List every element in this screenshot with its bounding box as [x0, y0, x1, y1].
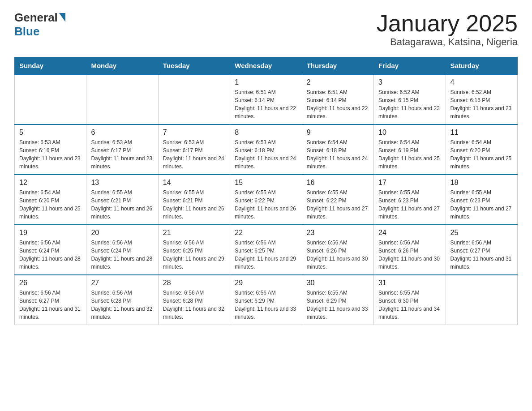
- day-number: 8: [235, 128, 297, 137]
- calendar-cell: 11Sunrise: 6:54 AMSunset: 6:20 PMDayligh…: [446, 124, 517, 175]
- day-info: Sunrise: 6:53 AMSunset: 6:17 PMDaylight:…: [163, 138, 225, 171]
- calendar-header-monday: Monday: [86, 57, 158, 75]
- calendar-cell: 7Sunrise: 6:53 AMSunset: 6:17 PMDaylight…: [158, 124, 230, 175]
- calendar-cell: 3Sunrise: 6:52 AMSunset: 6:15 PMDaylight…: [374, 74, 446, 124]
- calendar-cell: 5Sunrise: 6:53 AMSunset: 6:16 PMDaylight…: [15, 124, 86, 175]
- calendar-week-row: 5Sunrise: 6:53 AMSunset: 6:16 PMDaylight…: [15, 124, 518, 175]
- day-info: Sunrise: 6:55 AMSunset: 6:22 PMDaylight:…: [235, 188, 297, 221]
- calendar-cell: [86, 74, 158, 124]
- calendar-cell: 1Sunrise: 6:51 AMSunset: 6:14 PMDaylight…: [230, 74, 302, 124]
- day-info: Sunrise: 6:56 AMSunset: 6:25 PMDaylight:…: [235, 239, 297, 271]
- calendar-cell: 23Sunrise: 6:56 AMSunset: 6:26 PMDayligh…: [302, 225, 373, 275]
- day-info: Sunrise: 6:56 AMSunset: 6:28 PMDaylight:…: [91, 289, 153, 321]
- calendar-cell: 30Sunrise: 6:55 AMSunset: 6:29 PMDayligh…: [302, 275, 373, 325]
- day-number: 16: [307, 179, 369, 187]
- calendar-cell: [15, 74, 86, 124]
- calendar-header-row: SundayMondayTuesdayWednesdayThursdayFrid…: [15, 57, 518, 75]
- calendar-cell: 4Sunrise: 6:52 AMSunset: 6:16 PMDaylight…: [446, 74, 517, 124]
- calendar-header-saturday: Saturday: [446, 57, 517, 75]
- day-number: 15: [235, 179, 297, 187]
- day-info: Sunrise: 6:53 AMSunset: 6:16 PMDaylight:…: [19, 138, 82, 171]
- day-info: Sunrise: 6:56 AMSunset: 6:25 PMDaylight:…: [163, 239, 225, 271]
- calendar-cell: 19Sunrise: 6:56 AMSunset: 6:24 PMDayligh…: [15, 225, 86, 275]
- calendar-cell: 26Sunrise: 6:56 AMSunset: 6:27 PMDayligh…: [15, 275, 86, 325]
- day-info: Sunrise: 6:54 AMSunset: 6:18 PMDaylight:…: [307, 138, 369, 171]
- day-number: 19: [19, 229, 82, 237]
- day-number: 7: [163, 128, 225, 137]
- calendar-header-tuesday: Tuesday: [158, 57, 230, 75]
- day-info: Sunrise: 6:51 AMSunset: 6:14 PMDaylight:…: [235, 88, 297, 120]
- calendar-cell: 25Sunrise: 6:56 AMSunset: 6:27 PMDayligh…: [446, 225, 517, 275]
- day-info: Sunrise: 6:55 AMSunset: 6:21 PMDaylight:…: [91, 188, 153, 221]
- calendar-week-row: 1Sunrise: 6:51 AMSunset: 6:14 PMDaylight…: [15, 74, 518, 124]
- day-number: 31: [378, 279, 441, 287]
- logo: General Blue: [14, 11, 65, 39]
- calendar-week-row: 19Sunrise: 6:56 AMSunset: 6:24 PMDayligh…: [15, 225, 518, 275]
- day-number: 4: [450, 78, 513, 86]
- calendar-table: SundayMondayTuesdayWednesdayThursdayFrid…: [14, 57, 518, 325]
- calendar-cell: [446, 275, 517, 325]
- day-number: 10: [378, 128, 441, 137]
- day-number: 14: [163, 179, 225, 187]
- day-info: Sunrise: 6:54 AMSunset: 6:20 PMDaylight:…: [19, 188, 82, 221]
- calendar-cell: 18Sunrise: 6:55 AMSunset: 6:23 PMDayligh…: [446, 175, 517, 225]
- day-number: 24: [378, 229, 441, 237]
- day-number: 13: [91, 179, 153, 187]
- day-info: Sunrise: 6:52 AMSunset: 6:15 PMDaylight:…: [378, 88, 441, 120]
- calendar-cell: 20Sunrise: 6:56 AMSunset: 6:24 PMDayligh…: [86, 225, 158, 275]
- day-number: 21: [163, 229, 225, 237]
- day-number: 5: [19, 128, 82, 137]
- day-info: Sunrise: 6:55 AMSunset: 6:23 PMDaylight:…: [378, 188, 441, 221]
- day-number: 23: [307, 229, 369, 237]
- day-number: 27: [91, 279, 153, 287]
- day-number: 17: [378, 179, 441, 187]
- day-number: 28: [163, 279, 225, 287]
- calendar-cell: 21Sunrise: 6:56 AMSunset: 6:25 PMDayligh…: [158, 225, 230, 275]
- calendar-cell: 17Sunrise: 6:55 AMSunset: 6:23 PMDayligh…: [374, 175, 446, 225]
- calendar-cell: 10Sunrise: 6:54 AMSunset: 6:19 PMDayligh…: [374, 124, 446, 175]
- day-info: Sunrise: 6:56 AMSunset: 6:24 PMDaylight:…: [19, 239, 82, 271]
- day-info: Sunrise: 6:56 AMSunset: 6:27 PMDaylight:…: [19, 289, 82, 321]
- calendar-cell: 6Sunrise: 6:53 AMSunset: 6:17 PMDaylight…: [86, 124, 158, 175]
- day-number: 20: [91, 229, 153, 237]
- day-number: 29: [235, 279, 297, 287]
- day-info: Sunrise: 6:51 AMSunset: 6:14 PMDaylight:…: [307, 88, 369, 120]
- day-number: 11: [450, 128, 513, 137]
- calendar-cell: 31Sunrise: 6:55 AMSunset: 6:30 PMDayligh…: [374, 275, 446, 325]
- day-info: Sunrise: 6:55 AMSunset: 6:22 PMDaylight:…: [307, 188, 369, 221]
- day-number: 26: [19, 279, 82, 287]
- title-block: January 2025 Batagarawa, Katsina, Nigeri…: [377, 11, 518, 48]
- day-info: Sunrise: 6:55 AMSunset: 6:29 PMDaylight:…: [307, 289, 369, 321]
- calendar-header-friday: Friday: [374, 57, 446, 75]
- calendar-header-wednesday: Wednesday: [230, 57, 302, 75]
- day-info: Sunrise: 6:56 AMSunset: 6:29 PMDaylight:…: [235, 289, 297, 321]
- calendar-cell: 29Sunrise: 6:56 AMSunset: 6:29 PMDayligh…: [230, 275, 302, 325]
- day-number: 22: [235, 229, 297, 237]
- calendar-cell: 15Sunrise: 6:55 AMSunset: 6:22 PMDayligh…: [230, 175, 302, 225]
- day-number: 3: [378, 78, 441, 86]
- calendar-week-row: 12Sunrise: 6:54 AMSunset: 6:20 PMDayligh…: [15, 175, 518, 225]
- calendar-cell: 16Sunrise: 6:55 AMSunset: 6:22 PMDayligh…: [302, 175, 373, 225]
- day-number: 6: [91, 128, 153, 137]
- calendar-cell: 27Sunrise: 6:56 AMSunset: 6:28 PMDayligh…: [86, 275, 158, 325]
- calendar-week-row: 26Sunrise: 6:56 AMSunset: 6:27 PMDayligh…: [15, 275, 518, 325]
- day-number: 18: [450, 179, 513, 187]
- day-info: Sunrise: 6:53 AMSunset: 6:18 PMDaylight:…: [235, 138, 297, 171]
- calendar-cell: 14Sunrise: 6:55 AMSunset: 6:21 PMDayligh…: [158, 175, 230, 225]
- calendar-cell: 22Sunrise: 6:56 AMSunset: 6:25 PMDayligh…: [230, 225, 302, 275]
- day-info: Sunrise: 6:56 AMSunset: 6:24 PMDaylight:…: [91, 239, 153, 271]
- calendar-cell: 9Sunrise: 6:54 AMSunset: 6:18 PMDaylight…: [302, 124, 373, 175]
- day-number: 25: [450, 229, 513, 237]
- day-info: Sunrise: 6:55 AMSunset: 6:30 PMDaylight:…: [378, 289, 441, 321]
- calendar-cell: [158, 74, 230, 124]
- day-info: Sunrise: 6:55 AMSunset: 6:21 PMDaylight:…: [163, 188, 225, 221]
- calendar-cell: 13Sunrise: 6:55 AMSunset: 6:21 PMDayligh…: [86, 175, 158, 225]
- calendar-cell: 2Sunrise: 6:51 AMSunset: 6:14 PMDaylight…: [302, 74, 373, 124]
- page-title: January 2025: [377, 11, 518, 36]
- day-info: Sunrise: 6:54 AMSunset: 6:19 PMDaylight:…: [378, 138, 441, 171]
- day-info: Sunrise: 6:52 AMSunset: 6:16 PMDaylight:…: [450, 88, 513, 120]
- day-info: Sunrise: 6:54 AMSunset: 6:20 PMDaylight:…: [450, 138, 513, 171]
- logo-blue-label: Blue: [14, 25, 39, 39]
- day-info: Sunrise: 6:56 AMSunset: 6:26 PMDaylight:…: [307, 239, 369, 271]
- day-info: Sunrise: 6:53 AMSunset: 6:17 PMDaylight:…: [91, 138, 153, 171]
